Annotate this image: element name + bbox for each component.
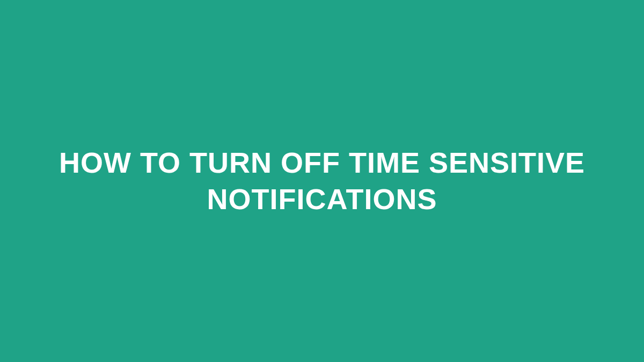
page-title: HOW TO TURN OFF TIME SENSITIVE NOTIFICAT… <box>0 145 644 217</box>
